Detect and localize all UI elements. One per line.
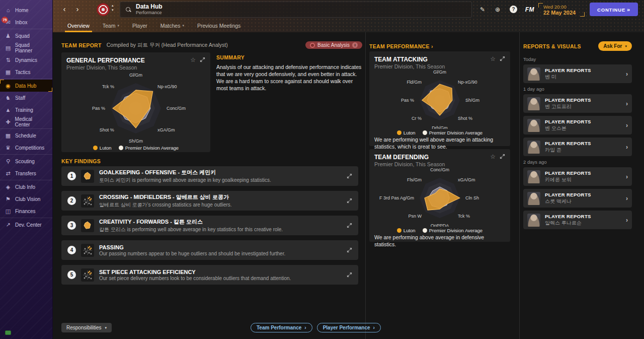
sidebar-item-data-hub[interactable]: ◉Data Hub [0,80,52,92]
svg-text:Shot %: Shot % [100,127,114,132]
staff-icon: ♞ [5,95,12,101]
expand-icon[interactable] [347,272,352,278]
finding-number-badge: 4 [67,246,76,254]
top-bar: ‹ › ▴▾ Data Hub Performance ✎ ⊕ ? FM Wed… [53,0,644,19]
sidebar-item-schedule[interactable]: ▦Schedule [0,129,52,142]
ask-for-button[interactable]: Ask For▾ [598,41,632,51]
sidebar-item-scouting[interactable]: ⚲Scouting [0,155,52,167]
svg-text:Cln Sh: Cln Sh [465,195,479,200]
favorite-star-icon[interactable]: ☆ [490,154,496,160]
app-root: ⌂Home✉75Inbox♟Squad▤Squad Planner⇅Dynami… [0,0,644,339]
svg-text:Np-xG/90: Np-xG/90 [157,84,177,89]
schedule-icon: ▦ [5,132,12,139]
report-group-label: Today [523,56,632,62]
tab-matches[interactable]: Matches▾ [155,19,190,32]
header-region: ‹ › ▴▾ Data Hub Performance ✎ ⊕ ? FM Wed… [53,0,644,32]
favorite-star-icon[interactable]: ☆ [490,56,496,62]
page-subtitle: Performance [136,10,163,16]
expand-icon[interactable] [347,198,352,204]
general-performance-radar-chart: Gl/GmNp-xG/90Conc/GmxGA/GmSh/GmShot %Pas… [61,71,210,144]
sidebar-item-home[interactable]: ⌂Home [0,4,52,16]
world-icon[interactable]: ⊕ [493,5,502,14]
svg-text:Conc/Gm: Conc/Gm [167,106,186,111]
player-report-card[interactable]: PLAYER REPORTS벤 고드프리› [523,94,632,113]
player-report-card[interactable]: PLAYER REPORTS알렉스 루나르손› [523,211,632,229]
forward-arrow-icon[interactable]: › [73,4,82,14]
player-report-card[interactable]: PLAYER REPORTS벤 오스본› [523,116,632,134]
club-switch-carets[interactable]: ▴▾ [112,4,114,12]
expand-icon[interactable] [347,173,352,179]
tab-previous-meetings[interactable]: Previous Meetings [192,19,246,32]
data-hub-icon: ◉ [5,83,12,89]
chevron-right-icon: › [373,325,375,330]
player-report-card[interactable]: PLAYER REPORTS벤 미› [523,64,632,83]
chevron-right-icon: › [626,173,628,180]
player-performance-button[interactable]: Player Performance› [317,323,381,332]
sidebar-item-label: Transfers [15,171,36,176]
key-finding-row[interactable]: 1GOALKEEPING - OFFENSIVE - 토머스 케민키토머스 케민… [61,166,358,186]
player-report-card[interactable]: PLAYER REPORTS스콧 맥케나› [523,189,632,208]
page-title: Data Hub [136,4,163,10]
sidebar-item-squad-planner[interactable]: ▤Squad Planner [0,42,52,54]
sidebar-item-dev-center[interactable]: ↗Dev. Center [0,219,52,231]
sidebar-item-squad[interactable]: ♟Squad [0,30,52,42]
chevron-right-icon: › [626,122,628,129]
game-date-box: Wed 20:00 22 May 2024 [538,3,585,17]
sidebar-item-club-info[interactable]: ◈Club Info [0,181,52,193]
team-performance-link[interactable]: TEAM PERFORMANCE › [369,43,433,49]
responsibilities-button[interactable]: Responsibilities▾ [61,323,112,332]
sidebar-item-label: Scouting [15,159,35,164]
page-title-search-box[interactable]: Data Hub Performance [120,2,472,18]
tab-player[interactable]: Player [127,19,153,32]
team-performance-button[interactable]: Team Performance› [251,323,312,332]
key-finding-row[interactable]: 2CROSSING - MIDFIELDERS - 알베르트 삼비 로콩가알베르… [61,191,358,211]
expand-icon[interactable] [500,56,505,62]
sidebar-item-dynamics[interactable]: ⇅Dynamics [0,54,52,66]
team-defending-card: TEAM DEFENDING ☆ Premier Division, This … [369,149,510,242]
sidebar-item-staff[interactable]: ♞Staff [0,92,52,104]
tab-team[interactable]: Team▾ [97,19,125,32]
edit-pencil-icon[interactable]: ✎ [478,5,487,14]
team-defending-radar-chart: Conc/GmxGA/GmCln ShTck %OpPPDAPsn WF 3rd… [369,167,510,227]
expand-icon[interactable] [347,223,352,228]
squad-planner-icon: ▤ [5,45,12,51]
chart-legend: Luton Premier Division Average [369,130,510,135]
expand-icon[interactable] [347,247,352,253]
scatter-chart-icon [81,268,94,282]
column-divider [519,32,520,339]
sidebar-item-transfers[interactable]: ⇄Transfers [0,167,52,179]
help-icon[interactable]: ? [510,6,517,13]
sidebar-item-inbox[interactable]: ✉75Inbox [0,16,52,28]
tab-overview[interactable]: Overview [62,19,95,32]
sidebar-item-club-vision[interactable]: ⚑Club Vision [0,193,52,205]
analysis-level-icon [310,43,315,48]
content-area: TEAM REPORT Compiled by 피트 무커 (Head Perf… [53,32,644,339]
key-finding-row[interactable]: 4PASSINGOur passing numbers appear to be… [61,240,358,260]
expand-icon[interactable] [200,57,205,63]
finding-texts: CREATIVITY - FORWARDS - 칼튼 모리스칼튼 모리스 is … [99,218,342,233]
sidebar-item-medical-center[interactable]: ✚Medical Center [0,116,52,128]
team-report-header: TEAM REPORT Compiled by 피트 무커 (Head Perf… [61,41,362,49]
key-finding-row[interactable]: 3CREATIVITY - FORWARDS - 칼튼 모리스칼튼 모리스 is… [61,216,358,235]
player-report-card[interactable]: PLAYER REPORTS키에론 보워› [523,167,632,186]
continue-button[interactable]: CONTINUE» [590,3,638,16]
club-badge-icon[interactable] [97,4,109,16]
favorite-star-icon[interactable]: ☆ [190,57,196,63]
sidebar-item-competitions[interactable]: ♛Competitions [0,142,52,154]
sidebar-item-training[interactable]: ▲Training [0,104,52,116]
sidebar-item-tactics[interactable]: ▦Tactics [0,66,52,78]
key-finding-row[interactable]: 5SET PIECE ATTACKING EFFICIENCYOur set p… [61,265,358,285]
sidebar-item-finances[interactable]: ◫Finances [0,205,52,217]
report-texts: PLAYER REPORTS알렉스 루나르손 [545,214,621,227]
sidebar-item-label: Dev. Center [15,222,42,228]
chevron-down-icon: ▾ [625,44,627,48]
expand-icon[interactable] [500,154,505,160]
player-report-card[interactable]: PLAYER REPORTS카일 존› [523,138,632,156]
sidebar-separator [0,180,52,180]
tab-label: Player [132,23,147,29]
back-arrow-icon[interactable]: ‹ [60,4,69,14]
svg-text:Tck %: Tck % [458,214,470,219]
basic-analysis-badge[interactable]: Basic Analysis i [305,41,362,49]
report-texts: PLAYER REPORTS벤 미 [545,67,621,81]
svg-text:Fls/Gm: Fls/Gm [407,177,422,182]
